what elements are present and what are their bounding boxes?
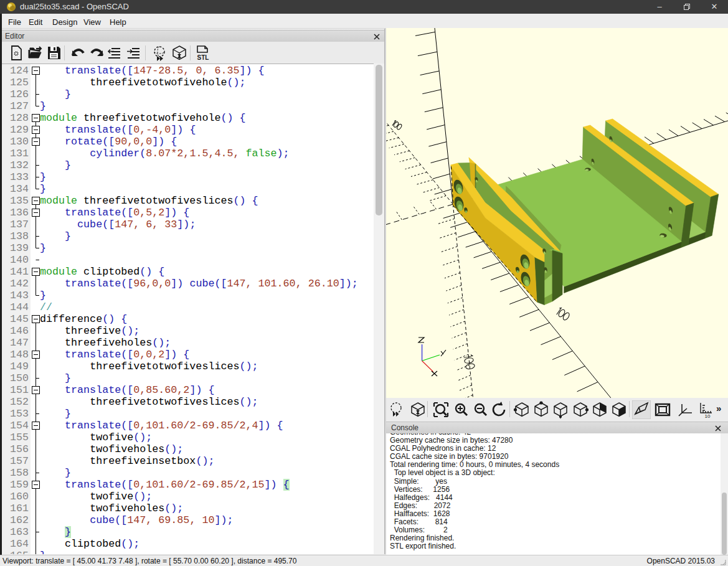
svg-text:STL: STL [197, 54, 209, 61]
svg-text:10: 10 [705, 413, 711, 419]
